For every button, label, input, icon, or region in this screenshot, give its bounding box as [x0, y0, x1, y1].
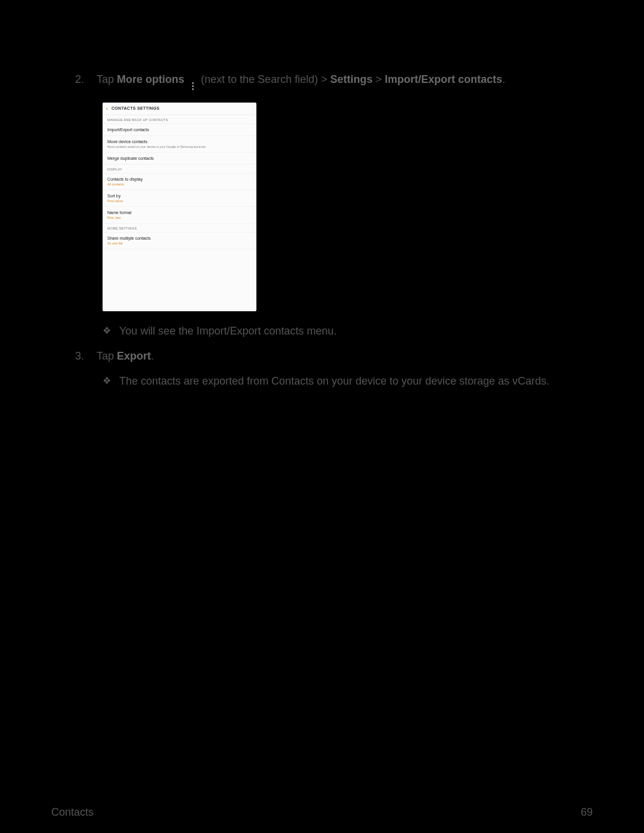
screenshot-header: ‹ CONTACTS SETTINGS	[103, 103, 256, 115]
screenshot-title: CONTACTS SETTINGS	[112, 106, 159, 110]
page-footer: Contacts 69	[51, 806, 593, 819]
note-2: ❖ The contacts are exported from Contact…	[0, 373, 644, 389]
item-move-device-sub: Move contacts saved on your device to yo…	[107, 145, 252, 148]
step-2-text: Tap More options (next to the Search fie…	[97, 72, 590, 92]
bullet-icon: ❖	[103, 323, 119, 339]
item-share-multiple: Share multiple contacts As one file	[103, 233, 256, 249]
item-merge-dup-label: Merge duplicate contacts	[107, 156, 252, 160]
item-share-multiple-label: Share multiple contacts	[107, 236, 252, 240]
step-3-text: Tap Export.	[97, 348, 590, 364]
more-options-icon	[188, 81, 197, 92]
item-contacts-display-label: Contacts to display	[107, 177, 252, 181]
item-merge-dup: Merge duplicate contacts	[103, 153, 256, 165]
item-sort-by-val: First name	[107, 199, 252, 203]
step-3: 3. Tap Export.	[0, 348, 644, 364]
back-icon: ‹	[106, 106, 108, 112]
item-move-device: Move device contacts Move contacts saved…	[103, 136, 256, 153]
section-manage: MANAGE AND BACK UP CONTACTS	[103, 115, 256, 124]
step-2-pre: Tap	[97, 73, 117, 85]
item-name-format-label: Name format	[107, 210, 252, 215]
item-name-format-val: First, last	[107, 216, 252, 219]
contacts-settings-screenshot: ‹ CONTACTS SETTINGS MANAGE AND BACK UP C…	[103, 103, 256, 311]
footer-section: Contacts	[51, 806, 94, 819]
note-1: ❖ You will see the Import/Export contact…	[0, 323, 644, 339]
step-2-bold1: More options	[117, 73, 184, 85]
item-import-export: Import/Export contacts	[103, 124, 256, 136]
step-3-pre: Tap	[97, 350, 117, 362]
item-import-export-label: Import/Export contacts	[107, 128, 252, 132]
item-move-device-label: Move device contacts	[107, 140, 252, 144]
item-share-multiple-val: As one file	[107, 241, 252, 245]
step-2-end: .	[502, 73, 505, 85]
step-2-sep: >	[373, 73, 385, 85]
item-contacts-display: Contacts to display All contacts	[103, 174, 256, 190]
step-2: 2. Tap More options (next to the Search …	[0, 0, 644, 92]
step-3-bold: Export	[117, 350, 151, 362]
section-more: MORE SETTINGS	[103, 224, 256, 233]
step-2-bold3: Import/Export contacts	[385, 73, 502, 85]
note-1-text: You will see the Import/Export contacts …	[119, 323, 590, 339]
item-sort-by-label: Sort by	[107, 194, 252, 198]
item-sort-by: Sort by First name	[103, 190, 256, 207]
footer-page-number: 69	[581, 806, 593, 819]
step-2-mid: (next to the Search field) >	[201, 73, 330, 85]
step-3-number: 3.	[75, 348, 97, 364]
step-3-end: .	[151, 350, 154, 362]
item-name-format: Name format First, last	[103, 207, 256, 224]
item-contacts-display-val: All contacts	[107, 182, 252, 186]
step-2-bold2: Settings	[330, 73, 373, 85]
step-2-number: 2.	[75, 72, 97, 87]
note-2-text: The contacts are exported from Contacts …	[119, 373, 590, 389]
bullet-icon: ❖	[103, 373, 119, 389]
section-display: DISPLAY	[103, 165, 256, 174]
